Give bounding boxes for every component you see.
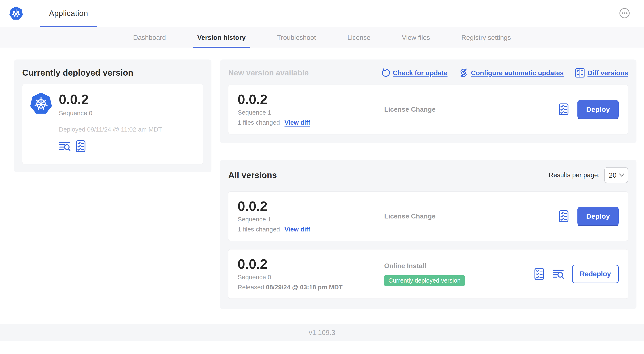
currently-deployed-panel: Currently deployed version 0.0.2 Sequenc… [14, 60, 212, 172]
currently-deployed-card: 0.0.2 Sequence 0 Deployed 09/11/24 @ 11:… [22, 84, 203, 164]
deployed-sequence: Sequence 0 [59, 110, 162, 117]
version-number: 0.0.2 [238, 199, 384, 213]
new-version-card: 0.0.2 Sequence 1 1 files changed View di… [228, 85, 628, 134]
diff-icon [575, 68, 584, 78]
preflight-checklist-icon [76, 140, 86, 152]
view-logs-button[interactable] [59, 141, 70, 151]
preflight-checks-button[interactable] [534, 268, 544, 280]
right-column: New version available Check for update C… [220, 60, 636, 309]
version-sequence: Sequence 0 [238, 273, 384, 281]
redeploy-button[interactable]: Redeploy [572, 265, 619, 283]
tab-registry-settings[interactable]: Registry settings [457, 27, 515, 48]
view-logs-button[interactable] [552, 269, 564, 279]
active-app-tab-indicator [40, 26, 97, 27]
all-versions-title: All versions [228, 170, 277, 180]
deployed-version-number: 0.0.2 [59, 93, 162, 107]
currently-deployed-title: Currently deployed version [22, 68, 203, 78]
tab-version-history[interactable]: Version history [193, 27, 250, 48]
results-per-page-label: Results per page: [549, 171, 600, 179]
kubernetes-logo-icon [9, 7, 23, 20]
new-version-panel: New version available Check for update C… [220, 60, 636, 143]
version-type-label: License Change [384, 212, 558, 220]
version-number: 0.0.2 [238, 93, 384, 107]
kubernetes-logo-icon [30, 93, 52, 155]
tab-view-files[interactable]: View files [398, 27, 434, 48]
app-header: Application [0, 0, 644, 27]
app-subnav: Dashboard Version history Troubleshoot L… [0, 27, 644, 48]
deployed-timestamp: Deployed 09/11/24 @ 11:02 am MDT [59, 126, 162, 133]
logs-icon [59, 141, 70, 151]
version-sequence: Sequence 1 [238, 216, 384, 223]
version-row: 0.0.2 Sequence 0 Released 08/29/24 @ 03:… [228, 249, 628, 299]
preflight-checks-button[interactable] [558, 103, 569, 115]
console-version: v1.109.3 [309, 329, 336, 337]
preflight-checklist-icon [534, 268, 544, 280]
preflight-checklist-icon [558, 103, 569, 115]
check-for-update-link[interactable]: Check for update [381, 69, 448, 77]
tab-dashboard[interactable]: Dashboard [129, 27, 170, 48]
view-diff-link[interactable]: View diff [284, 119, 310, 126]
app-tab-label: Application [49, 9, 88, 18]
auto-update-clock-icon [459, 69, 468, 77]
tab-license[interactable]: License [343, 27, 374, 48]
ellipsis-circle-icon [619, 8, 630, 19]
currently-deployed-badge: Currently deployed version [384, 275, 465, 286]
preflight-checks-button[interactable] [558, 210, 569, 222]
version-type-label: License Change [384, 106, 558, 113]
new-version-title: New version available [228, 69, 309, 77]
deploy-button[interactable]: Deploy [578, 100, 619, 119]
preflight-checks-button[interactable] [76, 140, 86, 152]
app-tab-application[interactable]: Application [40, 0, 97, 27]
configure-automatic-updates-link[interactable]: Configure automatic updates [459, 69, 564, 77]
version-sequence: Sequence 1 [238, 109, 384, 116]
version-number: 0.0.2 [238, 257, 384, 271]
files-changed-label: 1 files changed [238, 226, 280, 233]
refresh-icon [381, 69, 390, 77]
version-type-label: Online Install [384, 262, 534, 270]
results-per-page-select[interactable]: 20 [604, 167, 628, 183]
main-content: Currently deployed version 0.0.2 Sequenc… [0, 48, 644, 309]
files-changed-label: 1 files changed [238, 119, 280, 126]
view-diff-link[interactable]: View diff [284, 226, 310, 233]
diff-versions-link[interactable]: Diff versions [575, 68, 628, 78]
deploy-button[interactable]: Deploy [578, 207, 619, 225]
app-footer: v1.109.3 [0, 324, 644, 341]
released-timestamp: Released 08/29/24 @ 03:18 pm MDT [238, 284, 384, 291]
tab-troubleshoot[interactable]: Troubleshoot [273, 27, 320, 48]
all-versions-panel: All versions Results per page: 20 [220, 160, 636, 309]
version-row: 0.0.2 Sequence 1 1 files changed View di… [228, 191, 628, 241]
logs-icon [552, 269, 564, 279]
preflight-checklist-icon [558, 210, 569, 222]
overflow-menu-button[interactable] [619, 8, 630, 19]
